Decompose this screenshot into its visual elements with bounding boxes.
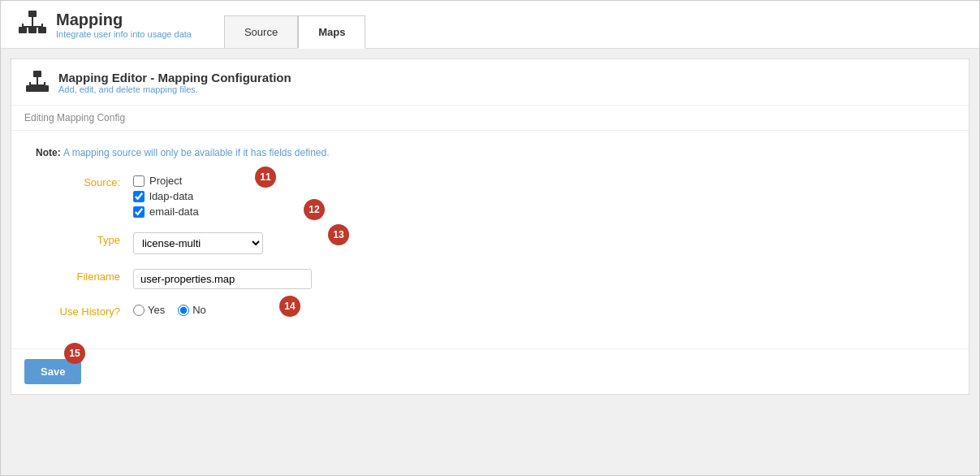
filename-control [133,269,944,289]
section-header: Mapping Editor - Mapping Configuration A… [11,59,969,106]
app-title: Mapping [56,11,192,29]
checkbox-ldap[interactable]: ldap-data [133,190,944,202]
checkbox-project-input[interactable] [133,175,145,187]
use-history-row: Use History? Yes No 14 [36,304,944,318]
radio-row: Yes No [133,304,944,316]
tab-maps[interactable]: Maps [298,15,365,49]
mapping-icon [17,9,48,40]
header-title-group: Mapping Integrate user info into usage d… [56,11,192,39]
radio-yes-label: Yes [148,304,165,316]
radio-yes-input[interactable] [133,305,145,316]
filename-label: Filename [36,269,133,283]
source-row: Source: Project ldap-data email-data [36,175,944,218]
section-icon [24,69,50,95]
radio-no-input[interactable] [178,305,189,316]
section-title: Mapping Editor - Mapping Configuration [58,71,291,84]
svg-rect-11 [41,85,49,92]
radio-yes[interactable]: Yes [133,304,165,316]
app-subtitle: Integrate user info into usage data [56,29,192,39]
source-label: Source: [36,175,133,188]
checkbox-project[interactable]: Project [133,175,944,187]
section-subtitle: Add, edit, and delete mapping files. [58,84,291,94]
tab-bar: Source Maps [224,1,365,48]
filename-row: Filename [36,269,944,289]
type-row: Type license-multi license-single defaul… [36,232,944,254]
note-text: Note: A mapping source will only be avai… [36,147,944,158]
checkbox-project-label: Project [149,175,182,187]
form-area: Note: A mapping source will only be avai… [11,131,969,348]
app-header: Mapping Integrate user info into usage d… [1,1,979,49]
checkbox-email-label: email-data [149,206,199,218]
tab-source[interactable]: Source [224,15,298,48]
checkbox-ldap-input[interactable] [133,191,145,202]
svg-rect-1 [19,27,27,33]
note-body: A mapping source will only be available … [63,147,330,158]
content-area: Mapping Editor - Mapping Configuration A… [11,58,969,395]
save-button[interactable]: Save [24,359,81,384]
radio-no[interactable]: No [178,304,206,316]
svg-rect-9 [26,85,34,92]
svg-rect-2 [28,27,37,33]
type-label: Type [36,232,133,246]
editing-label: Editing Mapping Config [11,106,969,131]
use-history-label: Use History? [36,304,133,318]
source-checkboxes: Project ldap-data email-data [133,175,944,218]
svg-rect-8 [33,71,41,77]
footer-area: Save 15 [11,348,969,394]
note-prefix: Note: [36,147,63,158]
checkbox-email[interactable]: email-data [133,206,944,218]
svg-rect-0 [28,11,37,17]
use-history-control: Yes No [133,304,944,316]
svg-rect-10 [33,85,41,92]
filename-input[interactable] [133,269,312,289]
type-control: license-multi license-single default [133,232,944,254]
checkbox-email-input[interactable] [133,206,145,218]
radio-no-label: No [192,304,206,316]
brand-area: Mapping Integrate user info into usage d… [1,1,208,48]
type-select[interactable]: license-multi license-single default [133,232,263,254]
section-title-group: Mapping Editor - Mapping Configuration A… [58,71,291,94]
checkbox-ldap-label: ldap-data [149,190,193,202]
svg-rect-3 [38,27,46,33]
